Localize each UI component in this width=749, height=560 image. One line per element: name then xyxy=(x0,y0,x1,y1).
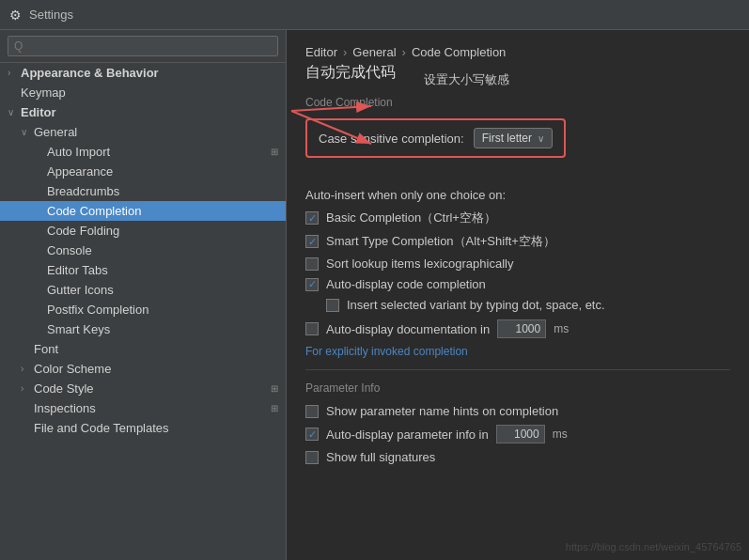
case-sensitive-label: Case sensitive completion: xyxy=(319,132,464,146)
sidebar-item-postfix-completion[interactable]: Postfix Completion xyxy=(0,300,286,319)
sidebar-item-code-completion[interactable]: Code Completion xyxy=(0,201,286,221)
case-sensitive-dropdown[interactable]: First letter ∨ xyxy=(474,128,553,148)
sidebar-badge-icon: ⊞ xyxy=(271,147,278,157)
section-divider xyxy=(305,369,730,370)
sidebar-item-label: Console xyxy=(47,243,92,257)
sidebar-item-label: Breadcrumbs xyxy=(47,184,119,198)
tree-arrow-icon: › xyxy=(8,68,21,78)
sidebar-item-label: Postfix Completion xyxy=(47,303,148,317)
sidebar-item-keymap[interactable]: Keymap xyxy=(0,83,286,102)
sidebar-item-label: Code Style xyxy=(34,381,94,396)
auto-display-doc-checkbox[interactable] xyxy=(305,322,319,335)
sidebar-item-label: Keymap xyxy=(21,86,66,100)
option-label-smart-type-completion: Smart Type Completion（Alt+Shift+空格） xyxy=(326,233,555,250)
breadcrumb-general: General xyxy=(352,45,396,59)
option-label-show-full-signatures: Show full signatures xyxy=(326,450,435,464)
content-area: Editor › General › Code Completion 自动完成代… xyxy=(287,30,749,560)
option-row-insert-selected-variant: Insert selected variant by typing dot, s… xyxy=(305,298,730,312)
param-section-label: Parameter Info xyxy=(305,381,730,395)
option-label-sort-lookup: Sort lookup items lexicographically xyxy=(326,257,513,271)
title-bar: ⚙ Settings xyxy=(0,0,749,30)
app-icon: ⚙ xyxy=(9,8,22,23)
tree-arrow-icon: › xyxy=(21,364,34,374)
checkbox-show-full-signatures[interactable] xyxy=(305,451,319,464)
sidebar-item-code-folding[interactable]: Code Folding xyxy=(0,221,286,241)
dropdown-arrow-icon: ∨ xyxy=(538,133,544,144)
option-label-insert-selected-variant: Insert selected variant by typing dot, s… xyxy=(347,298,605,312)
sidebar-item-label: Appearance & Behavior xyxy=(21,66,159,80)
sidebar-item-general[interactable]: ∨General xyxy=(0,122,286,142)
tree-arrow-icon: ∨ xyxy=(21,127,34,137)
auto-display-doc-label: Auto-display documentation in xyxy=(326,322,490,336)
breadcrumb-code-completion: Code Completion xyxy=(412,45,506,59)
sidebar-item-appearance[interactable]: Appearance xyxy=(0,162,286,181)
auto-insert-title: Auto-insert when only one choice on: xyxy=(305,188,730,202)
sidebar-item-editor[interactable]: ∨Editor xyxy=(0,102,286,122)
unit-auto-display-param: ms xyxy=(553,428,568,441)
sidebar-item-label: Editor Tabs xyxy=(47,263,108,277)
sidebar: ›Appearance & BehaviorKeymap∨Editor∨Gene… xyxy=(0,30,287,560)
sidebar-badge-icon: ⊞ xyxy=(271,403,278,413)
case-sensitive-value: First letter xyxy=(482,132,532,145)
checkbox-insert-selected-variant[interactable] xyxy=(326,299,339,312)
param-option-row-show-full-signatures: Show full signatures xyxy=(305,450,730,464)
option-row-basic-completion: Basic Completion（Ctrl+空格） xyxy=(305,210,730,226)
checkbox-smart-type-completion[interactable] xyxy=(305,235,319,248)
sidebar-item-label: File and Code Templates xyxy=(34,421,169,435)
checkbox-show-param-hints[interactable] xyxy=(305,405,319,418)
sidebar-item-label: Code Completion xyxy=(47,204,141,218)
tree-arrow-icon: › xyxy=(21,383,34,394)
sidebar-item-breadcrumbs[interactable]: Breadcrumbs xyxy=(0,181,286,201)
option-row-sort-lookup: Sort lookup items lexicographically xyxy=(305,257,730,271)
sidebar-item-console[interactable]: Console xyxy=(0,241,286,260)
sidebar-item-file-code-templates[interactable]: File and Code Templates xyxy=(0,418,286,438)
checkbox-sort-lookup[interactable] xyxy=(305,257,319,271)
sidebar-item-inspections[interactable]: Inspections⊞ xyxy=(0,398,286,418)
sidebar-item-label: Editor xyxy=(21,105,56,119)
input-auto-display-param[interactable] xyxy=(496,425,545,443)
checkbox-basic-completion[interactable] xyxy=(305,211,319,225)
option-row-smart-type-completion: Smart Type Completion（Alt+Shift+空格） xyxy=(305,233,730,250)
chinese-note: 设置大小写敏感 xyxy=(424,71,509,88)
checkbox-auto-display-param[interactable] xyxy=(305,428,319,441)
watermark: https://blog.csdn.net/weixin_45764765 xyxy=(566,541,741,552)
section-label: Code Completion xyxy=(305,96,730,109)
breadcrumb-editor: Editor xyxy=(305,45,337,59)
search-box[interactable] xyxy=(0,30,286,63)
case-sensitive-box: Case sensitive completion: First letter … xyxy=(305,118,566,158)
sidebar-item-label: Smart Keys xyxy=(47,322,110,336)
sidebar-item-label: Gutter Icons xyxy=(47,283,114,297)
sidebar-item-label: Code Folding xyxy=(47,224,119,238)
sidebar-item-label: General xyxy=(34,125,77,139)
search-input[interactable] xyxy=(8,36,278,56)
breadcrumb: Editor › General › Code Completion xyxy=(305,45,730,59)
sidebar-item-gutter-icons[interactable]: Gutter Icons xyxy=(0,280,286,300)
option-label-show-param-hints: Show parameter name hints on completion xyxy=(326,404,558,418)
sidebar-item-label: Inspections xyxy=(34,401,96,415)
sidebar-item-label: Auto Import xyxy=(47,145,110,159)
option-label-basic-completion: Basic Completion（Ctrl+空格） xyxy=(326,210,496,226)
auto-display-doc-unit: ms xyxy=(554,322,569,335)
sidebar-item-smart-keys[interactable]: Smart Keys xyxy=(0,319,286,339)
option-label-auto-display-param: Auto-display parameter info in xyxy=(326,428,489,442)
sidebar-badge-icon: ⊞ xyxy=(271,383,278,394)
auto-display-doc-row: Auto-display documentation in ms xyxy=(305,319,730,338)
auto-display-doc-input[interactable] xyxy=(497,319,546,338)
sidebar-item-color-scheme[interactable]: ›Color Scheme xyxy=(0,359,286,379)
sidebar-item-label: Appearance xyxy=(47,164,113,179)
option-row-auto-display-completion: Auto-display code completion xyxy=(305,277,730,291)
sidebar-item-label: Color Scheme xyxy=(34,362,111,376)
sidebar-item-auto-import[interactable]: Auto Import⊞ xyxy=(0,142,286,162)
page-subtitle: 自动完成代码 xyxy=(305,63,396,83)
param-option-row-auto-display-param: Auto-display parameter info inms xyxy=(305,425,730,443)
window-title: Settings xyxy=(29,8,73,22)
checkbox-auto-display-completion[interactable] xyxy=(305,278,319,291)
sidebar-item-code-style[interactable]: ›Code Style⊞ xyxy=(0,379,286,398)
sidebar-item-appearance-behavior[interactable]: ›Appearance & Behavior xyxy=(0,63,286,83)
option-label-auto-display-completion: Auto-display code completion xyxy=(326,277,486,291)
sidebar-item-font[interactable]: Font xyxy=(0,339,286,359)
param-option-row-show-param-hints: Show parameter name hints on completion xyxy=(305,404,730,418)
hint-text: For explicitly invoked completion xyxy=(305,345,730,358)
sidebar-item-editor-tabs[interactable]: Editor Tabs xyxy=(0,260,286,280)
sidebar-item-label: Font xyxy=(34,342,58,356)
